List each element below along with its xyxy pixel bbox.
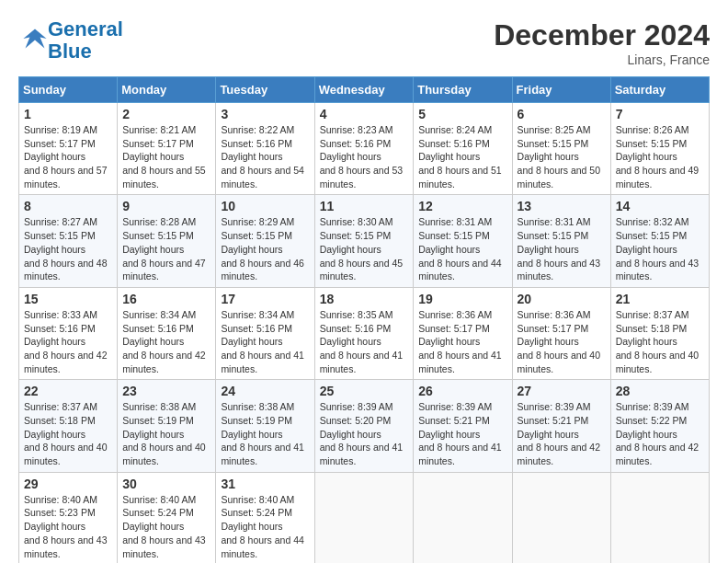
day-number: 26 <box>418 384 506 398</box>
table-row: 11 Sunrise: 8:30 AMSunset: 5:15 PMDaylig… <box>314 195 414 287</box>
table-row: 1 Sunrise: 8:19 AMSunset: 5:17 PMDayligh… <box>19 103 118 195</box>
table-row: 26 Sunrise: 8:39 AMSunset: 5:21 PMDaylig… <box>414 380 512 472</box>
day-number: 19 <box>418 292 506 306</box>
table-row: 2 Sunrise: 8:21 AMSunset: 5:17 PMDayligh… <box>118 103 216 195</box>
table-row <box>314 472 414 563</box>
day-info: Sunrise: 8:38 AMSunset: 5:19 PMDaylight … <box>221 401 304 466</box>
day-info: Sunrise: 8:35 AMSunset: 5:16 PMDaylight … <box>320 309 404 374</box>
day-number: 27 <box>518 384 606 398</box>
day-number: 29 <box>24 477 112 491</box>
day-number: 7 <box>616 107 704 121</box>
table-row: 13 Sunrise: 8:31 AMSunset: 5:15 PMDaylig… <box>512 195 610 287</box>
day-info: Sunrise: 8:37 AMSunset: 5:18 PMDaylight … <box>616 309 700 374</box>
day-number: 16 <box>122 292 210 306</box>
day-number: 9 <box>122 199 210 213</box>
calendar-week-row: 1 Sunrise: 8:19 AMSunset: 5:17 PMDayligh… <box>19 103 710 195</box>
day-number: 24 <box>221 384 309 398</box>
day-info: Sunrise: 8:31 AMSunset: 5:15 PMDaylight … <box>518 216 601 282</box>
calendar-week-row: 22 Sunrise: 8:37 AMSunset: 5:18 PMDaylig… <box>19 380 710 472</box>
day-info: Sunrise: 8:36 AMSunset: 5:17 PMDaylight … <box>518 309 601 374</box>
day-number: 3 <box>221 107 309 121</box>
day-number: 20 <box>518 292 606 306</box>
table-row <box>610 472 709 563</box>
table-row: 14 Sunrise: 8:32 AMSunset: 5:15 PMDaylig… <box>610 195 709 287</box>
day-number: 4 <box>320 107 409 121</box>
day-info: Sunrise: 8:24 AMSunset: 5:16 PMDaylight … <box>418 124 502 190</box>
table-row: 24 Sunrise: 8:38 AMSunset: 5:19 PMDaylig… <box>216 380 314 472</box>
day-info: Sunrise: 8:26 AMSunset: 5:15 PMDaylight … <box>616 124 700 190</box>
day-info: Sunrise: 8:25 AMSunset: 5:15 PMDaylight … <box>518 124 601 190</box>
day-info: Sunrise: 8:39 AMSunset: 5:22 PMDaylight … <box>616 401 700 466</box>
day-number: 28 <box>616 384 704 398</box>
day-number: 18 <box>320 292 409 306</box>
day-info: Sunrise: 8:34 AMSunset: 5:16 PMDaylight … <box>122 309 206 374</box>
title-block: December 2024 Linars, France <box>494 18 710 67</box>
day-number: 13 <box>518 199 606 213</box>
table-row: 25 Sunrise: 8:39 AMSunset: 5:20 PMDaylig… <box>314 380 414 472</box>
day-number: 15 <box>24 292 112 306</box>
table-row <box>512 472 610 563</box>
header-thursday: Thursday <box>414 77 512 103</box>
table-row: 27 Sunrise: 8:39 AMSunset: 5:21 PMDaylig… <box>512 380 610 472</box>
day-info: Sunrise: 8:32 AMSunset: 5:15 PMDaylight … <box>616 216 700 282</box>
day-info: Sunrise: 8:19 AMSunset: 5:17 PMDaylight … <box>24 124 108 190</box>
day-number: 30 <box>122 477 210 491</box>
header-monday: Monday <box>118 77 216 103</box>
day-info: Sunrise: 8:40 AMSunset: 5:23 PMDaylight … <box>24 494 108 559</box>
page-header: General Blue December 2024 Linars, Franc… <box>18 18 710 67</box>
header-sunday: Sunday <box>19 77 118 103</box>
day-info: Sunrise: 8:36 AMSunset: 5:17 PMDaylight … <box>418 309 502 374</box>
day-number: 21 <box>616 292 704 306</box>
table-row: 21 Sunrise: 8:37 AMSunset: 5:18 PMDaylig… <box>610 287 709 379</box>
day-number: 22 <box>24 384 112 398</box>
table-row: 6 Sunrise: 8:25 AMSunset: 5:15 PMDayligh… <box>512 103 610 195</box>
calendar-header-row: Sunday Monday Tuesday Wednesday Thursday… <box>19 77 710 103</box>
day-info: Sunrise: 8:27 AMSunset: 5:15 PMDaylight … <box>24 216 108 282</box>
day-info: Sunrise: 8:29 AMSunset: 5:15 PMDaylight … <box>221 216 304 282</box>
day-number: 10 <box>221 199 309 213</box>
table-row: 12 Sunrise: 8:31 AMSunset: 5:15 PMDaylig… <box>414 195 512 287</box>
day-info: Sunrise: 8:28 AMSunset: 5:15 PMDaylight … <box>122 216 206 282</box>
day-info: Sunrise: 8:21 AMSunset: 5:17 PMDaylight … <box>122 124 206 190</box>
day-number: 12 <box>418 199 506 213</box>
day-number: 23 <box>122 384 210 398</box>
day-info: Sunrise: 8:39 AMSunset: 5:21 PMDaylight … <box>418 401 502 466</box>
day-info: Sunrise: 8:37 AMSunset: 5:18 PMDaylight … <box>24 401 108 466</box>
table-row: 23 Sunrise: 8:38 AMSunset: 5:19 PMDaylig… <box>118 380 216 472</box>
day-number: 2 <box>122 107 210 121</box>
day-number: 1 <box>24 107 112 121</box>
header-wednesday: Wednesday <box>314 77 414 103</box>
calendar-week-row: 15 Sunrise: 8:33 AMSunset: 5:16 PMDaylig… <box>19 287 710 379</box>
calendar-week-row: 29 Sunrise: 8:40 AMSunset: 5:23 PMDaylig… <box>19 472 710 563</box>
day-number: 14 <box>616 199 704 213</box>
day-info: Sunrise: 8:34 AMSunset: 5:16 PMDaylight … <box>221 309 304 374</box>
day-info: Sunrise: 8:40 AMSunset: 5:24 PMDaylight … <box>221 494 304 559</box>
header-tuesday: Tuesday <box>216 77 314 103</box>
day-number: 8 <box>24 199 112 213</box>
logo: General Blue <box>18 18 123 63</box>
day-info: Sunrise: 8:22 AMSunset: 5:16 PMDaylight … <box>221 124 304 190</box>
svg-marker-0 <box>23 29 46 49</box>
table-row: 31 Sunrise: 8:40 AMSunset: 5:24 PMDaylig… <box>216 472 314 563</box>
table-row: 16 Sunrise: 8:34 AMSunset: 5:16 PMDaylig… <box>118 287 216 379</box>
month-year-title: December 2024 <box>494 18 710 52</box>
table-row: 9 Sunrise: 8:28 AMSunset: 5:15 PMDayligh… <box>118 195 216 287</box>
table-row: 4 Sunrise: 8:23 AMSunset: 5:16 PMDayligh… <box>314 103 414 195</box>
day-number: 31 <box>221 477 309 491</box>
logo-text: General Blue <box>48 18 123 63</box>
table-row: 30 Sunrise: 8:40 AMSunset: 5:24 PMDaylig… <box>118 472 216 563</box>
table-row: 19 Sunrise: 8:36 AMSunset: 5:17 PMDaylig… <box>414 287 512 379</box>
header-saturday: Saturday <box>610 77 709 103</box>
day-number: 11 <box>320 199 409 213</box>
day-number: 6 <box>518 107 606 121</box>
table-row: 8 Sunrise: 8:27 AMSunset: 5:15 PMDayligh… <box>19 195 118 287</box>
table-row: 3 Sunrise: 8:22 AMSunset: 5:16 PMDayligh… <box>216 103 314 195</box>
table-row: 28 Sunrise: 8:39 AMSunset: 5:22 PMDaylig… <box>610 380 709 472</box>
table-row: 17 Sunrise: 8:34 AMSunset: 5:16 PMDaylig… <box>216 287 314 379</box>
table-row: 20 Sunrise: 8:36 AMSunset: 5:17 PMDaylig… <box>512 287 610 379</box>
header-friday: Friday <box>512 77 610 103</box>
day-info: Sunrise: 8:40 AMSunset: 5:24 PMDaylight … <box>122 494 206 559</box>
calendar-table: Sunday Monday Tuesday Wednesday Thursday… <box>18 76 710 563</box>
table-row: 18 Sunrise: 8:35 AMSunset: 5:16 PMDaylig… <box>314 287 414 379</box>
table-row: 29 Sunrise: 8:40 AMSunset: 5:23 PMDaylig… <box>19 472 118 563</box>
